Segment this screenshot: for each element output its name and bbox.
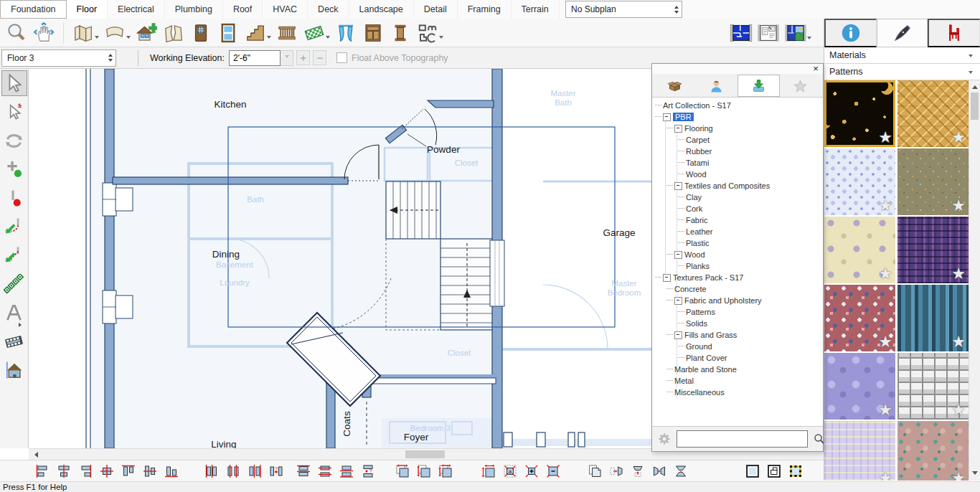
align-center-h-button[interactable]	[141, 462, 159, 481]
dist-center-v-button[interactable]	[224, 462, 242, 481]
curved-wall-tool-dropdown-icon[interactable]	[126, 36, 131, 41]
library-star-tab[interactable]	[780, 75, 822, 97]
tab-floor[interactable]: Floor	[67, 0, 108, 19]
collapse-icon[interactable]	[674, 297, 682, 305]
window-tool-button[interactable]	[215, 19, 242, 47]
align-top-button[interactable]	[119, 462, 138, 481]
material-swatch-purple-weave[interactable]: ★	[897, 217, 969, 283]
gear-icon[interactable]	[657, 432, 672, 446]
collapse-icon[interactable]	[663, 113, 671, 121]
shrink-object-button[interactable]	[544, 462, 562, 481]
tree-item-marble-and-stone[interactable]: Marble and Stone	[652, 364, 823, 375]
library-download-tab[interactable]	[738, 75, 780, 97]
floor-material-tool-dropdown-icon[interactable]	[326, 36, 330, 41]
shapes-tool-button[interactable]	[414, 19, 441, 47]
floor-select[interactable]: Floor 3	[1, 49, 116, 67]
tab-plumbing[interactable]: Plumbing	[165, 0, 223, 19]
select-special-tool-button[interactable]	[1, 99, 27, 125]
scroll-left-icon[interactable]	[30, 450, 39, 459]
furniture-button[interactable]	[928, 19, 980, 47]
library-box-tab[interactable]	[654, 75, 696, 97]
mirror-horizontal-button[interactable]	[650, 462, 669, 481]
tree-item-textiles-and-composites[interactable]: Textiles and Composites	[652, 180, 823, 191]
cabinet-tool-button[interactable]	[359, 19, 387, 47]
build-house-tool-button[interactable]	[133, 19, 160, 47]
favorite-star-icon[interactable]: ★	[951, 197, 966, 215]
tab-electrical[interactable]: Electrical	[108, 0, 165, 19]
box-blank-view-button[interactable]	[743, 462, 762, 481]
library-search-input[interactable]	[677, 430, 808, 448]
favorite-star-icon[interactable]: ★	[878, 469, 892, 481]
rotate-tool-button[interactable]	[1, 128, 27, 153]
elevation-decrease-button[interactable]: −	[313, 50, 326, 65]
column-tool-button[interactable]	[387, 19, 414, 47]
collapse-icon[interactable]	[674, 251, 682, 259]
grow-object-button[interactable]	[522, 462, 541, 481]
materials-header[interactable]: Materials	[824, 47, 980, 64]
shapes-tool-dropdown-icon[interactable]	[439, 36, 443, 41]
align-left-button[interactable]	[33, 462, 52, 481]
material-swatch-lavender-floral[interactable]: ★	[824, 353, 895, 420]
tree-item-tatami[interactable]: Tatami	[652, 157, 823, 169]
box-plan-view-button[interactable]	[765, 462, 783, 481]
flip-horizontal-button[interactable]	[607, 462, 626, 481]
tree-item-concrete[interactable]: Concrete	[652, 283, 823, 295]
zoom-tool-button[interactable]	[3, 19, 30, 47]
tree-item-plant-cover[interactable]: Plant Cover	[652, 352, 823, 364]
resize-object-button[interactable]	[479, 462, 498, 481]
tab-detail[interactable]: Detail	[414, 0, 458, 19]
collapse-icon[interactable]	[674, 331, 682, 339]
h-scrollbar-thumb[interactable]	[405, 450, 445, 458]
material-swatch-gold-geometric[interactable]: ★	[897, 80, 969, 147]
flip-vertical-button[interactable]	[628, 462, 647, 481]
chamfer-tool-button[interactable]	[1, 242, 27, 268]
tab-foundation[interactable]: Foundation	[0, 0, 67, 19]
material-swatch-night-sky-stars[interactable]: ★	[824, 80, 895, 147]
patterns-header[interactable]: Patterns	[824, 64, 980, 80]
float-topography-checkbox[interactable]	[336, 52, 347, 63]
collapse-icon[interactable]	[674, 125, 682, 133]
connect-wall-tool-button[interactable]	[1, 271, 27, 297]
dist-right-button[interactable]	[245, 462, 264, 481]
search-button[interactable]	[813, 432, 826, 446]
dist-left-button[interactable]	[202, 462, 221, 481]
align-right-button[interactable]	[76, 462, 95, 481]
sidebar-scrollbar[interactable]	[969, 80, 980, 481]
flyout-caret-icon[interactable]	[19, 323, 24, 327]
select-tool-button[interactable]	[1, 70, 27, 96]
material-swatch-pink-teal-pattern[interactable]: ★	[897, 421, 969, 481]
plan-view-button[interactable]	[727, 19, 755, 47]
walkthrough-tool-button[interactable]	[1, 328, 27, 354]
curtain-tool-button[interactable]	[332, 19, 359, 47]
tree-item-leather[interactable]: Leather	[652, 226, 823, 237]
material-swatch-gray-basketweave[interactable]: ★	[897, 353, 969, 420]
tree-item-rubber[interactable]: Rubber	[652, 146, 823, 157]
material-swatch-yellow-damask[interactable]: ★	[824, 217, 895, 283]
delete-node-tool-button[interactable]	[1, 185, 27, 211]
dist-bottom-button[interactable]	[337, 462, 356, 481]
tab-terrain[interactable]: Terrain	[512, 0, 560, 19]
wall-tool-button[interactable]	[70, 19, 97, 47]
house-view-tool-button[interactable]	[1, 357, 27, 383]
dist-middle-button[interactable]	[316, 462, 334, 481]
favorite-star-icon[interactable]: ★	[951, 265, 966, 283]
favorite-star-icon[interactable]: ★	[878, 333, 892, 351]
box-select-view-button[interactable]	[786, 462, 805, 481]
tree-item-fabric-and-upholstery[interactable]: Fabric and Upholstery	[652, 295, 823, 306]
pan-tool-button[interactable]	[30, 19, 57, 47]
text-tool-button[interactable]	[1, 300, 27, 326]
close-icon[interactable]: ×	[811, 64, 820, 74]
library-user-tab[interactable]	[696, 75, 738, 97]
working-elevation-input[interactable]	[229, 50, 281, 66]
tree-item-solids[interactable]: Solids	[652, 318, 823, 329]
favorite-star-icon[interactable]: ★	[951, 401, 966, 420]
break-wall-tool-button[interactable]	[160, 19, 187, 47]
mirror-vertical-button[interactable]	[672, 462, 690, 481]
dist-top-button[interactable]	[294, 462, 313, 481]
railing-tool-button[interactable]	[273, 19, 301, 47]
tree-item-cork[interactable]: Cork	[652, 203, 823, 214]
copy-object-button[interactable]	[585, 462, 604, 481]
scroll-up-icon[interactable]	[969, 80, 980, 91]
tab-hvac[interactable]: HVAC	[263, 0, 308, 19]
tab-framing[interactable]: Framing	[458, 0, 512, 19]
